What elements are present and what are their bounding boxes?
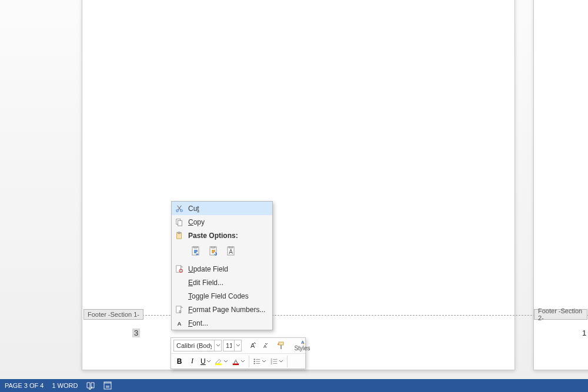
svg-rect-30 [104,382,111,384]
status-page-indicator[interactable]: PAGE 3 OF 4 [5,382,44,389]
chevron-down-icon[interactable] [223,360,228,363]
chevron-down-icon[interactable] [214,340,221,351]
grow-font-button[interactable]: A [246,340,258,351]
bullets-icon [253,357,261,366]
svg-point-28 [253,363,255,364]
status-spellcheck-button[interactable] [86,381,95,390]
paste-merge-formatting-button[interactable] [207,244,221,259]
menu-item-font[interactable]: A Font... [172,316,272,330]
italic-button[interactable]: I [186,356,198,367]
chevron-down-icon[interactable] [262,360,266,363]
svg-rect-25 [232,363,239,365]
scissors-icon [174,205,185,213]
footer-page-number-page2: 1 [582,329,586,337]
svg-rect-20 [279,342,283,345]
paste-keep-source-button[interactable] [189,244,203,259]
status-bar: PAGE 3 OF 4 1 WORD [0,379,588,392]
format-page-numbers-icon [174,306,185,314]
macro-icon [103,381,112,390]
numbering-icon [270,357,278,366]
svg-rect-13 [176,265,181,272]
menu-item-update-field[interactable]: Update Field [172,262,272,276]
styles-label: Styles [294,345,310,351]
menu-item-font-label: Font... [188,319,208,327]
menu-item-copy-label: Copy [188,218,205,226]
menu-item-format-page-numbers-label: Format Page Numbers... [188,306,265,314]
highlight-icon [215,357,223,366]
svg-text:A: A [178,320,182,326]
copy-icon [174,218,185,226]
svg-rect-3 [178,220,182,226]
svg-point-0 [176,209,179,212]
svg-text:A: A [301,340,305,345]
mini-toolbar-row-2: B I U A [171,353,305,368]
menu-item-format-page-numbers[interactable]: Format Page Numbers... [172,303,272,316]
svg-rect-23 [215,363,222,365]
font-size-input[interactable] [223,342,234,349]
status-page-label: PAGE 3 OF 4 [5,382,44,389]
font-name-input[interactable] [174,342,214,349]
highlight-button[interactable] [213,356,229,367]
status-macro-button[interactable] [103,381,112,390]
font-color-button[interactable]: A [230,356,246,367]
paste-options-row: A [172,242,272,262]
separator [249,356,249,367]
svg-point-26 [253,359,255,360]
menu-item-update-field-label: Update Field [188,265,228,273]
footer-tab-section-2[interactable]: Footer -Section 2- [534,309,587,320]
menu-item-paste-options: Paste Options: [172,229,272,242]
svg-text:A: A [233,357,238,364]
footer-tab-1-label: Footer -Section 1- [88,311,139,318]
font-color-icon: A [232,357,240,366]
underline-label: U [201,357,206,366]
footer-tab-section-1[interactable]: Footer -Section 1- [83,309,143,320]
menu-item-cut-label: Cut [188,205,199,213]
format-painter-button[interactable] [276,340,288,351]
menu-item-toggle-field-codes-label: Toggle Field Codes [188,292,249,300]
book-check-icon [86,381,95,390]
menu-item-edit-field[interactable]: Edit Field... [172,276,272,289]
menu-item-toggle-field-codes[interactable]: Toggle Field Codes [172,289,272,303]
styles-icon: A [297,340,308,345]
menu-item-edit-field-label: Edit Field... [188,279,223,287]
svg-rect-5 [178,232,180,233]
numbering-button[interactable] [269,356,285,367]
styles-button[interactable]: A Styles [292,340,312,351]
paste-text-only-button[interactable]: A [225,244,239,259]
status-words-label: 1 WORD [52,382,78,389]
font-name-combo[interactable] [173,340,222,351]
context-menu: Cut Copy Paste Options: A [171,201,273,330]
paste-icon [174,232,185,240]
menu-item-paste-options-label: Paste Options: [188,232,238,240]
footer-tab-2-label: Footer -Section 2- [538,307,583,321]
bold-label: B [177,357,182,366]
svg-rect-11 [229,246,233,248]
mini-toolbar-row-1: A A A Styles [171,338,305,353]
font-icon: A [174,319,185,327]
footer-divider [83,315,588,316]
bold-button[interactable]: B [173,356,185,367]
menu-item-cut[interactable]: Cut [172,202,272,215]
svg-rect-21 [280,345,282,349]
svg-rect-16 [179,310,181,312]
footer-page-number-field-selected[interactable]: 3 [132,329,140,337]
italic-label: I [191,357,193,366]
chevron-down-icon[interactable] [240,360,245,363]
chevron-down-icon[interactable] [234,340,241,351]
document-canvas: Footer -Section 1- Footer -Section 2- 3 … [0,0,588,392]
svg-text:A: A [229,249,233,255]
underline-button[interactable]: U [199,356,212,367]
svg-rect-9 [211,246,215,248]
chevron-down-icon[interactable] [279,360,283,363]
chevron-down-icon[interactable] [206,360,211,363]
update-field-icon [174,265,185,273]
status-word-count[interactable]: 1 WORD [52,382,78,389]
bullets-button[interactable] [252,356,268,367]
svg-point-1 [181,209,183,212]
font-size-combo[interactable] [223,340,242,351]
separator [287,356,288,367]
menu-item-copy[interactable]: Copy [172,215,272,229]
shrink-font-button[interactable]: A [259,340,271,351]
svg-rect-7 [193,246,198,248]
svg-point-27 [253,360,255,361]
